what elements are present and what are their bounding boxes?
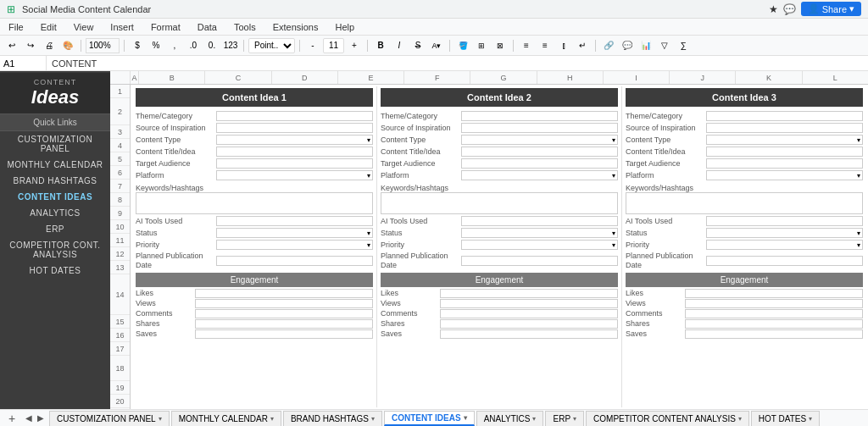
idea-3-likes-input[interactable] (685, 289, 863, 298)
print-button[interactable]: 🖨 (41, 38, 58, 53)
menu-data[interactable]: Data (194, 20, 220, 34)
sidebar-item-brand-hashtags[interactable]: BRAND HASHTAGS (0, 173, 110, 189)
idea-3-comments-input[interactable] (685, 309, 863, 318)
comma-button[interactable]: , (166, 38, 183, 53)
idea-2-pubdate-input[interactable] (461, 256, 618, 266)
font-size-input[interactable]: 11 (323, 38, 344, 53)
idea-3-platform-dropdown[interactable]: ▾ (706, 170, 863, 180)
strikethrough-button[interactable]: S (409, 38, 426, 53)
idea-1-views-input[interactable] (195, 299, 373, 308)
comment-icon[interactable]: 💬 (783, 3, 796, 15)
idea-3-theme-input[interactable] (706, 111, 863, 121)
sidebar-item-customization[interactable]: CUSTOMIZATION PANEL (0, 131, 110, 157)
sidebar-item-erp[interactable]: ERP (0, 221, 110, 237)
cell-reference[interactable]: A1 (0, 56, 47, 70)
idea-1-theme-input[interactable] (216, 111, 373, 121)
idea-2-platform-dropdown[interactable]: ▾ (461, 170, 618, 180)
idea-3-ai-input[interactable] (706, 216, 863, 226)
idea-3-audience-input[interactable] (706, 158, 863, 169)
idea-2-keywords-input[interactable] (381, 192, 618, 214)
borders-button[interactable]: ⊞ (473, 38, 490, 53)
align-left-button[interactable]: ≡ (518, 38, 535, 53)
menu-help[interactable]: Help (331, 20, 358, 34)
redo-button[interactable]: ↪ (22, 38, 39, 53)
text-color-button[interactable]: A▾ (428, 38, 445, 53)
idea-1-content-type-dropdown[interactable]: ▾ (216, 135, 373, 145)
percent-button[interactable]: % (147, 38, 164, 53)
filter-button[interactable]: ▽ (656, 38, 673, 53)
idea-1-title-input[interactable] (216, 147, 373, 157)
idea-1-likes-input[interactable] (195, 289, 373, 298)
idea-3-title-input[interactable] (706, 147, 863, 157)
idea-3-views-input[interactable] (685, 299, 863, 308)
undo-button[interactable]: ↩ (3, 38, 20, 53)
tab-content-ideas[interactable]: CONTENT IDEAS ▾ (384, 411, 475, 426)
align-right-button[interactable]: ⫿ (555, 38, 572, 53)
idea-1-pubdate-input[interactable] (216, 256, 373, 266)
sheet-prev-button[interactable]: ◀ (24, 413, 34, 423)
idea-3-saves-input[interactable] (685, 329, 863, 339)
idea-1-ai-input[interactable] (216, 216, 373, 226)
zoom-level[interactable]: 100% (86, 38, 120, 53)
sidebar-item-content-ideas[interactable]: CONTENT IDEAS (0, 189, 110, 205)
tab-monthly-calendar[interactable]: MONTHLY CALENDAR ▾ (171, 411, 281, 426)
sidebar-item-monthly-calendar[interactable]: MONTHLY CALENDAR (0, 157, 110, 173)
idea-3-shares-input[interactable] (685, 319, 863, 329)
merge-button[interactable]: ⊠ (492, 38, 509, 53)
sidebar-item-analytics[interactable]: ANALYTICS (0, 205, 110, 221)
comment-btn[interactable]: 💬 (619, 38, 636, 53)
menu-tools[interactable]: Tools (231, 20, 259, 34)
idea-1-comments-input[interactable] (195, 309, 373, 318)
idea-3-pubdate-input[interactable] (706, 256, 863, 266)
decimal-down-button[interactable]: .0 (185, 38, 202, 53)
share-button[interactable]: 👤 Share ▾ (801, 2, 861, 16)
idea-2-comments-input[interactable] (440, 309, 618, 318)
italic-button[interactable]: I (391, 38, 408, 53)
font-size-increase-button[interactable]: + (346, 38, 363, 53)
idea-2-saves-input[interactable] (440, 329, 618, 339)
sidebar-item-hot-dates[interactable]: HOT DATES (0, 263, 110, 279)
idea-1-platform-dropdown[interactable]: ▾ (216, 170, 373, 180)
menu-extensions[interactable]: Extensions (270, 20, 322, 34)
idea-1-priority-dropdown[interactable]: ▾ (216, 240, 373, 250)
paint-format-button[interactable]: 🎨 (59, 38, 76, 53)
menu-insert[interactable]: Insert (107, 20, 137, 34)
formula-content[interactable]: CONTENT (47, 58, 868, 69)
bold-button[interactable]: B (372, 38, 389, 53)
add-sheet-button[interactable]: + (5, 412, 19, 425)
idea-3-content-type-dropdown[interactable]: ▾ (706, 135, 863, 145)
idea-2-shares-input[interactable] (440, 319, 618, 329)
idea-3-priority-dropdown[interactable]: ▾ (706, 240, 863, 250)
tab-competitor[interactable]: COMPETITOR CONTENT ANALYSIS ▾ (586, 411, 749, 426)
idea-2-status-dropdown[interactable]: ▾ (461, 228, 618, 238)
tab-analytics[interactable]: ANALYTICS ▾ (476, 411, 544, 426)
idea-3-keywords-input[interactable] (626, 192, 863, 214)
idea-2-source-input[interactable] (461, 123, 618, 133)
currency-button[interactable]: $ (129, 38, 146, 53)
idea-2-ai-input[interactable] (461, 216, 618, 226)
link-button[interactable]: 🔗 (600, 38, 617, 53)
idea-1-audience-input[interactable] (216, 158, 373, 169)
menu-file[interactable]: File (5, 20, 27, 34)
align-center-button[interactable]: ≡ (537, 38, 554, 53)
idea-1-keywords-input[interactable] (136, 192, 373, 214)
sheet-next-button[interactable]: ▶ (36, 413, 46, 423)
idea-2-theme-input[interactable] (461, 111, 618, 121)
menu-edit[interactable]: Edit (37, 20, 60, 34)
font-size-decrease-button[interactable]: - (304, 38, 321, 53)
menu-view[interactable]: View (70, 20, 97, 34)
decimal-up-button[interactable]: 0. (203, 38, 220, 53)
decimal3-button[interactable]: 123 (222, 38, 239, 53)
idea-2-priority-dropdown[interactable]: ▾ (461, 240, 618, 250)
idea-3-status-dropdown[interactable]: ▾ (706, 228, 863, 238)
chart-button[interactable]: 📊 (637, 38, 654, 53)
idea-2-likes-input[interactable] (440, 289, 618, 298)
star-icon[interactable]: ★ (769, 3, 778, 15)
idea-1-source-input[interactable] (216, 123, 373, 133)
idea-1-status-dropdown[interactable]: ▾ (216, 228, 373, 238)
idea-1-shares-input[interactable] (195, 319, 373, 329)
tab-hot-dates[interactable]: HOT DATES ▾ (751, 411, 820, 426)
menu-format[interactable]: Format (147, 20, 184, 34)
idea-2-views-input[interactable] (440, 299, 618, 308)
idea-2-audience-input[interactable] (461, 158, 618, 169)
